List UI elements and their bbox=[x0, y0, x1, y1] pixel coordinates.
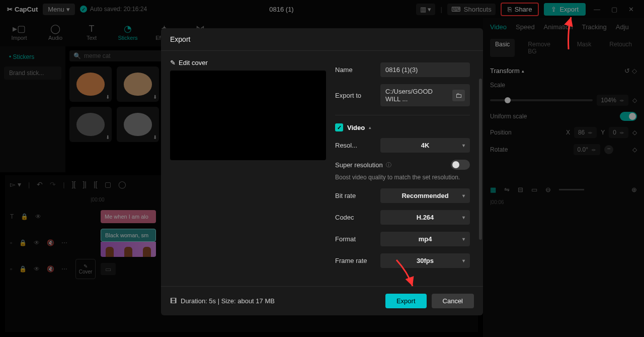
exportto-label: Export to bbox=[335, 92, 375, 99]
codec-label: Codec bbox=[335, 214, 375, 221]
bitrate-label: Bit rate bbox=[335, 192, 375, 199]
pencil-icon: ✎ bbox=[170, 59, 176, 66]
resolution-label: Resol... bbox=[335, 142, 375, 149]
format-select[interactable]: mp4 bbox=[380, 232, 470, 246]
folder-icon[interactable]: 🗀 bbox=[452, 90, 465, 101]
superres-label: Super resolution bbox=[335, 161, 383, 169]
framerate-label: Frame rate bbox=[335, 257, 375, 264]
name-label: Name bbox=[335, 66, 375, 74]
annotation-arrow bbox=[543, 14, 574, 56]
scrollbar[interactable] bbox=[479, 79, 482, 240]
format-label: Format bbox=[335, 235, 375, 243]
film-icon: 🎞 bbox=[170, 297, 177, 305]
checkbox-icon[interactable]: ✓ bbox=[335, 123, 343, 131]
codec-select[interactable]: H.264 bbox=[380, 210, 470, 225]
video-check-label: Video bbox=[347, 124, 365, 131]
name-input[interactable]: 0816 (1)(3) bbox=[380, 62, 470, 77]
cover-preview bbox=[170, 71, 326, 160]
superres-hint: Boost video quality to match the set res… bbox=[335, 173, 470, 185]
cancel-button[interactable]: Cancel bbox=[432, 294, 474, 308]
export-confirm-button[interactable]: Export bbox=[385, 294, 427, 308]
bitrate-select[interactable]: Recommended bbox=[380, 188, 470, 203]
export-info: 🎞 Duration: 5s | Size: about 17 MB bbox=[170, 297, 275, 305]
superres-toggle[interactable] bbox=[451, 160, 470, 170]
resolution-select[interactable]: 4K bbox=[380, 138, 470, 153]
edit-cover-button[interactable]: ✎ Edit cover bbox=[170, 59, 326, 66]
export-modal: Export ✎ Edit cover Name 0816 (1)(3) Exp… bbox=[161, 28, 483, 315]
info-icon[interactable]: ⓘ bbox=[386, 161, 391, 169]
annotation-arrow bbox=[392, 257, 423, 294]
modal-title: Export bbox=[161, 28, 483, 51]
video-checkbox-row[interactable]: ✓ Video ▴ bbox=[335, 120, 470, 134]
collapse-icon[interactable]: ▴ bbox=[369, 125, 371, 130]
exportto-input[interactable]: C:/Users/GOOD WILL ... 🗀 bbox=[380, 84, 470, 106]
